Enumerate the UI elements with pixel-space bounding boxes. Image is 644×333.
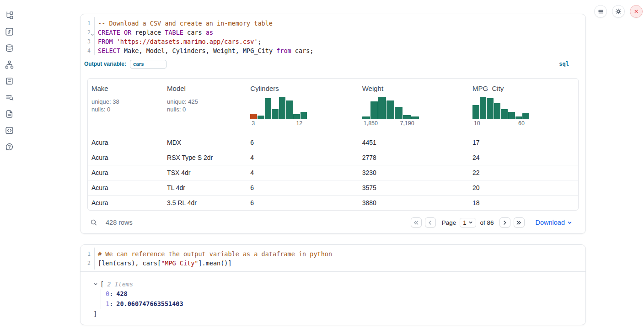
histogram-bar — [403, 115, 411, 119]
code-text: # We can reference the output variable a… — [94, 250, 332, 258]
next-page-button[interactable] — [499, 217, 510, 227]
page-count: of 86 — [480, 219, 494, 226]
help-icon — [5, 143, 14, 151]
python-output: [ 2 Items 0:4281:20.060747663551403 ] — [80, 272, 585, 323]
axis-min-label: 3 — [252, 120, 255, 127]
page-select[interactable]: 1 — [460, 218, 476, 227]
download-button[interactable]: Download — [536, 219, 573, 226]
table-cell: 4 — [247, 169, 358, 176]
table-cell: 20 — [469, 184, 578, 191]
axis-max-label: 12 — [296, 120, 302, 127]
table-cell: 6 — [247, 199, 358, 206]
code-token: from — [276, 47, 291, 54]
code-token: [len(cars), cars[ — [98, 259, 161, 267]
histogram-bar — [250, 114, 257, 119]
code-token: TABLE — [165, 29, 183, 36]
close-icon — [633, 8, 639, 15]
sql-cell: 1-- Download a CSV and create an in-memo… — [80, 14, 586, 234]
code-token: SELECT — [98, 47, 120, 54]
table-cell: 3880 — [359, 199, 469, 206]
column-stat: nulls: 0 — [167, 106, 247, 113]
histogram-bar — [522, 113, 529, 119]
line-number-text: 3 — [87, 38, 91, 45]
histogram: 1060 — [472, 95, 529, 127]
collapse-chevron-icon[interactable] — [93, 282, 98, 286]
code-token: Make, Model, Cylinders, Weight, MPG_City — [120, 47, 276, 54]
table-cell: 2778 — [359, 154, 469, 161]
shutdown-button[interactable] — [630, 5, 643, 18]
axis-max-label: 7,190 — [400, 120, 414, 127]
bracket-close: ] — [87, 309, 580, 318]
line-number: 1 — [80, 20, 94, 26]
sidebar-item-data-sources[interactable] — [5, 43, 14, 53]
last-page-button[interactable] — [514, 217, 525, 227]
axis-max-label: 60 — [518, 120, 525, 127]
table-cell: 22 — [469, 169, 578, 176]
sql-code-editor[interactable]: 1-- Download a CSV and create an in-memo… — [80, 14, 585, 57]
tree-entry: 0:428 — [106, 289, 580, 299]
column-stat: nulls: 0 — [91, 106, 163, 113]
tree-entry-value: 428 — [116, 290, 127, 297]
line-number-text: 1 — [87, 20, 91, 26]
column-header[interactable]: Makeunique: 38nulls: 0 — [88, 85, 163, 135]
tree-entry-key: 0 — [106, 290, 109, 297]
chevrons-right-icon — [516, 220, 522, 226]
fold-chevron-icon[interactable] — [91, 33, 94, 37]
sidebar-item-documentation[interactable] — [5, 109, 14, 118]
table-row: AcuraMDX6445117 — [88, 135, 578, 150]
column-header[interactable]: MPG_City1060 — [469, 85, 578, 135]
code-text: FROM 'https://datasets.marimo.app/cars.c… — [94, 38, 262, 45]
code-text: SELECT Make, Model, Cylinders, Weight, M… — [94, 47, 313, 54]
column-header-label: Model — [167, 85, 247, 92]
line-number: 3 — [80, 38, 94, 45]
column-header[interactable]: Cylinders312 — [247, 85, 358, 135]
column-header[interactable]: Modelunique: 425nulls: 0 — [163, 85, 247, 135]
bracket-open: [ — [100, 280, 104, 288]
search-button[interactable] — [90, 219, 97, 226]
sidebar-item-variables[interactable] — [5, 27, 14, 36]
sidebar-item-file-explorer[interactable] — [5, 11, 14, 20]
code-token — [113, 38, 117, 45]
sidebar-item-dependency-graph[interactable] — [5, 60, 14, 69]
histogram-bar — [370, 101, 378, 119]
sql-cell-footer: Output variable: sql — [80, 57, 585, 71]
table-cell: MDX — [163, 139, 247, 146]
database-icon — [5, 44, 14, 53]
table-cell: RSX Type S 2dr — [163, 154, 247, 161]
code-snippet-icon — [5, 126, 14, 135]
sidebar-item-help[interactable] — [5, 142, 14, 151]
chevron-right-icon — [502, 220, 508, 226]
code-token: # We can reference the output variable a… — [98, 250, 332, 258]
histogram-bar — [258, 116, 264, 119]
histogram: 312 — [250, 95, 307, 127]
sidebar-item-logs[interactable] — [5, 76, 14, 85]
table-row: AcuraRSX Type S 2dr4277824 — [88, 150, 578, 165]
prev-page-button[interactable] — [425, 217, 436, 227]
column-header[interactable]: Weight1,8507,190 — [359, 85, 469, 135]
sidebar-item-table-of-contents[interactable] — [5, 93, 14, 102]
table-cell: 3230 — [359, 169, 469, 176]
fold-toggle[interactable] — [91, 32, 94, 38]
output-variable-input[interactable] — [130, 60, 166, 69]
document-icon — [5, 110, 14, 118]
code-line: 2CREATE OR replace TABLE cars as — [80, 28, 585, 37]
settings-button[interactable] — [612, 5, 625, 18]
items-count: 2 Items — [107, 280, 133, 288]
code-token: -- Download a CSV and create an in-memor… — [98, 20, 273, 27]
table-header-row: Makeunique: 38nulls: 0Modelunique: 425nu… — [88, 79, 578, 135]
code-token — [120, 29, 124, 36]
menu-button[interactable] — [594, 5, 607, 18]
tree-children: 0:4281:20.060747663551403 — [101, 289, 580, 309]
histogram-bar — [378, 97, 386, 119]
table-footer: 428 rows Page 1 — [87, 215, 579, 230]
sidebar-item-snippets[interactable] — [5, 126, 14, 135]
table-row: Acura3.5 RL 4dr6388018 — [88, 195, 578, 210]
gear-icon — [615, 8, 622, 15]
histogram-bar — [293, 114, 300, 119]
column-stats: unique: 38nulls: 0 — [91, 98, 163, 113]
download-label: Download — [536, 219, 565, 226]
python-code-editor[interactable]: 1# We can reference the output variable … — [80, 245, 585, 272]
output-variable-label: Output variable: — [84, 61, 126, 67]
histogram-bar — [286, 100, 293, 119]
first-page-button[interactable] — [411, 217, 422, 227]
